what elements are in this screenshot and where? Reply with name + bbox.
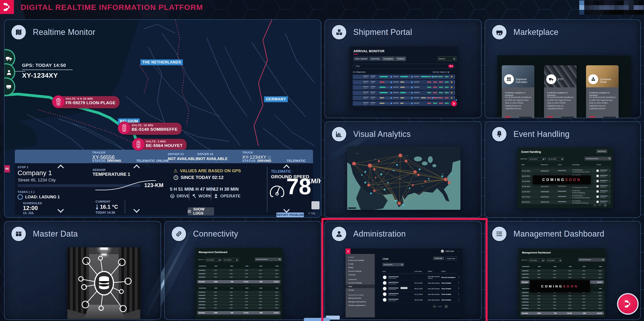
- user-search-input[interactable]: [382, 263, 404, 266]
- bell-icon[interactable]: [450, 81, 453, 84]
- tile-event-handling[interactable]: ! Event Handling Event Handling Add Even…: [485, 121, 641, 218]
- filter-icon[interactable]: [448, 65, 454, 68]
- kebab-icon[interactable]: ⋮: [609, 201, 611, 203]
- bell-icon[interactable]: [450, 92, 453, 94]
- spoke-node[interactable]: [403, 204, 405, 206]
- sidebar-item-discover-applications[interactable]: Discover applications: [346, 303, 375, 307]
- stop-pill-sombreffe[interactable]: HALTE: 18 MINBE-5140 SOMBREFFE: [122, 123, 182, 135]
- shipment-row[interactable]: ⋮: [352, 75, 455, 79]
- spoke-node[interactable]: [395, 200, 397, 202]
- spoke-node[interactable]: [441, 175, 443, 177]
- event-row[interactable]: 09.09.2021 400003159 04 Zustellung40 Ver…: [521, 200, 610, 204]
- shipment-row[interactable]: ⋮: [352, 90, 455, 95]
- brand-logo[interactable]: [0, 0, 14, 14]
- invite-user-button[interactable]: Invite user: [433, 257, 444, 260]
- shipment-row[interactable]: ⋮: [352, 96, 455, 100]
- sidebar-item-billing-summary[interactable]: Billing Summary: [346, 296, 375, 300]
- kebab-icon[interactable]: ⋮: [458, 282, 460, 284]
- kebab-icon[interactable]: ⋮: [609, 185, 611, 187]
- chevron-up-icon[interactable]: [58, 165, 64, 171]
- shipment-row[interactable]: ⋮: [352, 85, 455, 90]
- marketplace-card-customer-portal[interactable]: Customer Portal Predictive analytics in …: [586, 65, 618, 118]
- spoke-node[interactable]: [396, 164, 398, 166]
- show-logs-button[interactable]: SHOW LOGS: [188, 207, 214, 215]
- hub-node[interactable]: [448, 181, 450, 184]
- portal-logo-badge[interactable]: [450, 100, 457, 107]
- chevron-up-icon[interactable]: [134, 165, 140, 171]
- event-row[interactable]: 01.01.2021 400003297 01 Beauftragung11 L…: [521, 168, 610, 173]
- shipment-row[interactable]: ⋮: [352, 80, 455, 85]
- action-link[interactable]: View Details: [441, 282, 451, 284]
- spoke-node[interactable]: [419, 168, 421, 170]
- next-page-button[interactable]: →: [444, 305, 448, 308]
- tile-administration[interactable]: Administration John Doe → Personal Profi…: [324, 221, 482, 320]
- action-link[interactable]: Resend Invitation: [441, 276, 456, 278]
- chevron-down-icon[interactable]: [283, 206, 290, 213]
- hub-node[interactable]: [398, 202, 401, 205]
- tab-upcoming[interactable]: Upcoming: [369, 57, 381, 61]
- hub-node[interactable]: [368, 184, 370, 186]
- tab-finished[interactable]: Finished: [395, 57, 406, 61]
- kebab-icon[interactable]: ⋮: [458, 276, 460, 278]
- date-from-input[interactable]: 01.01.2021▦: [206, 258, 221, 262]
- bell-icon[interactable]: [450, 76, 453, 78]
- bell-icon[interactable]: [450, 86, 453, 89]
- add-event-button[interactable]: Add Event: [596, 149, 607, 153]
- hub-node[interactable]: [424, 181, 426, 182]
- activate-button[interactable]: Activate: [561, 117, 574, 118]
- hub-node[interactable]: [373, 168, 376, 171]
- spoke-node[interactable]: [361, 174, 363, 176]
- next-page-button[interactable]: →: [604, 204, 607, 207]
- activate-button[interactable]: Activate: [519, 117, 532, 118]
- tab-in-progress[interactable]: In progress: [382, 57, 395, 61]
- map-control-button[interactable]: [312, 201, 320, 209]
- prev-page-button[interactable]: ←: [433, 305, 436, 308]
- shipment-row[interactable]: ⋮: [352, 101, 455, 106]
- sidebar-item-profile[interactable]: Profile and Visibility: [346, 258, 375, 262]
- hub-node[interactable]: [368, 164, 372, 168]
- spoke-node[interactable]: [370, 193, 372, 194]
- event-row[interactable]: 21.05.2021 400003660 02 Abholung28 ADR A…: [521, 189, 610, 194]
- hub-node[interactable]: [414, 170, 416, 173]
- user-table-row[interactable]: 20.12.2021 Has site access View Details …: [382, 280, 460, 286]
- prev-page-button[interactable]: ←: [593, 204, 596, 207]
- logout-arrow-icon[interactable]: →: [458, 250, 460, 252]
- marketplace-card-shipment-calculator[interactable]: Shipment Calculator Predictive analytics…: [502, 65, 534, 118]
- date-from-input[interactable]: 01.01.2021▦: [529, 258, 544, 262]
- hub-node[interactable]: [375, 177, 376, 178]
- filter-bar[interactable]: Filter: [352, 64, 455, 69]
- spoke-node[interactable]: [452, 174, 453, 175]
- sidebar-item-account-settings-2[interactable]: Account Settings: [346, 281, 375, 284]
- kebab-icon[interactable]: ⋮: [454, 91, 456, 94]
- chevron-down-icon[interactable]: [58, 206, 64, 213]
- kebab-icon[interactable]: ⋮: [609, 180, 611, 182]
- hub-node[interactable]: [373, 190, 376, 192]
- kebab-icon[interactable]: ⋮: [458, 287, 460, 289]
- action-link[interactable]: View Details: [441, 299, 451, 301]
- report-problem-button[interactable]: REPORT PROBLEM: [276, 213, 304, 217]
- spoke-node[interactable]: [387, 182, 388, 183]
- date-to-input[interactable]: 31.12.2021▦: [548, 157, 564, 161]
- tile-marketplace[interactable]: Marketplace Shipment Calculator Predicti…: [485, 19, 641, 118]
- chevron-down-icon[interactable]: [134, 206, 140, 213]
- hub-node[interactable]: [412, 184, 414, 186]
- stop-pill-loon-plage[interactable]: HALTE: 6 H 26 MINFR-59279 LOON-PLAGE: [56, 96, 120, 108]
- hub-node[interactable]: [418, 174, 420, 176]
- tile-shipment-portal[interactable]: Shipment Portal ARRIVAL MONITOR Action r…: [324, 19, 482, 118]
- bottom-tab[interactable]: [304, 318, 330, 321]
- date-from-input[interactable]: 01.01.2021▦: [528, 157, 545, 161]
- user-table-row[interactable]: 14.12.2021 Has site access View Details …: [382, 291, 460, 297]
- user-table-row[interactable]: - Has site access Resend Invitation ⋮: [382, 275, 460, 280]
- spoke-node[interactable]: [364, 171, 366, 173]
- kebab-icon[interactable]: ⋮: [458, 293, 460, 295]
- task-row[interactable]: LOAD: LADUNG 1: [18, 194, 60, 200]
- event-row[interactable]: 15.04.2021 400003673 31 Verspätung der F…: [521, 184, 610, 189]
- search-input[interactable]: Search: [438, 57, 456, 61]
- kebab-icon[interactable]: ⋮: [609, 190, 611, 192]
- action-link[interactable]: View Details: [441, 288, 451, 290]
- brand-fab-button[interactable]: [617, 293, 638, 315]
- sidebar-item-safety[interactable]: Safety: [346, 266, 375, 269]
- company-search-input[interactable]: [585, 157, 612, 160]
- spoke-node[interactable]: [428, 178, 430, 180]
- user-table-row[interactable]: 05.02.2022 Has site access View Details …: [382, 286, 460, 291]
